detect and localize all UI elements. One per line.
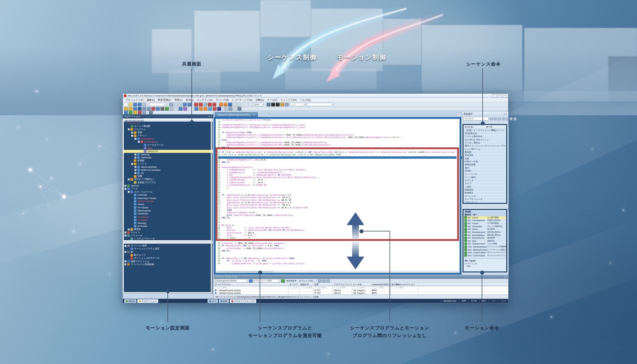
icon-alarm-display[interactable] [213, 107, 217, 111]
table-row[interactable]: i_stEdgePosAxis.AxisNo行 160FBFILEUB_Edge… [214, 292, 508, 295]
table-cell[interactable]: フィルタ条件 [313, 286, 333, 289]
table-cell[interactable]: 位置 [313, 283, 333, 286]
group-header[interactable]: 管理系 [463, 210, 507, 213]
icon-device-memory[interactable] [179, 107, 183, 111]
expander-icon[interactable]: + [131, 132, 133, 134]
icon-favorites[interactable] [502, 117, 505, 120]
menu-item[interactable]: ウィンドウ(W) [279, 98, 298, 102]
motion-list-scrollbar[interactable] [507, 210, 509, 272]
menu-item[interactable]: デバッグ(B) [214, 98, 230, 102]
close-icon[interactable]: × [506, 113, 507, 115]
splitter-left[interactable] [213, 112, 214, 299]
dock-tab-クロスリファレンス1[interactable]: クロスリファレンス1 [230, 299, 256, 303]
icon-zoom-out[interactable] [248, 103, 252, 106]
instruction-category[interactable]: オペレータ [463, 195, 507, 198]
combo-quick-find[interactable]: ▾ [149, 103, 166, 106]
expander-icon[interactable]: + [124, 263, 126, 265]
icon-ladder-block[interactable] [280, 103, 284, 106]
editor-tab-motionctrl[interactable]: MotionCtrl [StackingAuto] [PRG]... × [215, 112, 258, 117]
icon-comment-display[interactable] [267, 103, 271, 106]
expander-icon[interactable]: + [134, 157, 136, 159]
table-cell[interactable]: フィルタ条件 [299, 286, 313, 289]
tree-item-モーション設定[interactable]: -モーション設定 [123, 244, 213, 247]
icon-print[interactable] [142, 103, 146, 106]
menu-item[interactable]: ヘルプ(H) [298, 98, 312, 102]
motion-command-MCv_BacklashCompensa[interactable]: MCv_BacklashCompensaバックラッシュ補正フィルタ [463, 248, 507, 251]
tree-item-Main[interactable]: Main [123, 147, 213, 150]
tree-item-Stacking[interactable]: Stacking [123, 222, 213, 225]
tree-item-MultiTurnCamMake[interactable]: +MultiTurnCamMake [123, 168, 213, 171]
xref-project-combo[interactable]: (プロジェクト全体)▾ [254, 279, 280, 282]
element-search-input[interactable]: (部品検索) [463, 117, 489, 120]
icon-fb-editor[interactable] [170, 107, 174, 111]
icon-label-register[interactable] [133, 110, 137, 114]
instruction-category[interactable]: エッジ検出 [463, 176, 507, 179]
tree-item-速度プロファイル[interactable]: +速度プロファイル [123, 260, 213, 263]
instruction-category[interactable]: 標準ファンクション/ファンクションブロック [463, 145, 507, 148]
motion-command-MCv_CyclicTorque[interactable]: MCv_CyclicTorqueモーションサイクリックトルク制御 [463, 254, 507, 257]
icon-global-label[interactable] [160, 107, 164, 111]
combo-zoom[interactable]: 100%▾ [253, 103, 264, 106]
tree-item-StackingAuto[interactable]: StackingAuto [123, 209, 213, 212]
tree-item-アドバンスト同期制御[interactable]: +アドバンスト同期制御 [123, 263, 213, 266]
instruction-category[interactable]: アドオン用命令 [463, 141, 507, 144]
icon-monitor-stop[interactable] [212, 103, 216, 106]
table-cell[interactable]: フィルタ条件 [333, 286, 352, 289]
expander-icon[interactable]: - [128, 191, 130, 193]
icon-build[interactable] [233, 103, 237, 106]
tabbar-close-icon[interactable]: × [457, 113, 461, 116]
icon-save-all[interactable] [138, 103, 142, 106]
icon-program-editor[interactable] [165, 107, 169, 111]
icon-paste[interactable] [178, 103, 182, 106]
instruction-category[interactable]: 単精度実数 [463, 163, 507, 167]
icon-device-test[interactable] [219, 103, 223, 106]
tree-item-FB/FUN[interactable]: +FB/FUN [123, 184, 213, 187]
expander-icon[interactable]: + [134, 166, 136, 168]
icon-st-editor[interactable] [190, 107, 194, 111]
icon-open-project[interactable] [129, 103, 133, 106]
tree-item-CamData[interactable]: CamData [123, 194, 213, 197]
motion-command-MC_GroupStop[interactable]: MC_GroupStopグループ強制停止 [463, 225, 507, 228]
icon-copy[interactable] [174, 103, 178, 106]
icon-zoom-in[interactable] [244, 103, 248, 106]
expander-icon[interactable]: - [124, 245, 126, 247]
motion-command-MC_MoveAbsolute[interactable]: MC_MoveAbsolute絶対値位置決め [463, 231, 507, 234]
maximize-button[interactable]: □ [497, 94, 502, 98]
instruction-category[interactable]: PID演算命令 [463, 132, 507, 135]
instruction-category[interactable]: ビットシフト [463, 173, 507, 176]
icon-motion-monitor[interactable] [217, 107, 221, 111]
tree-item-StackCamMake[interactable]: +StackCamMake [123, 165, 213, 168]
tree-item-グローバルラベル[interactable]: -グローバルラベル [123, 190, 213, 194]
tree-item-定周期[interactable]: 定周期 [123, 159, 213, 162]
icon-save-project[interactable] [133, 103, 137, 106]
tree-item-In+Global[interactable]: In+Global [123, 218, 213, 221]
icon-dock-layout[interactable] [238, 107, 241, 111]
instruction-category[interactable]: 制御構文 [463, 192, 507, 195]
motion-command-MC_MoveVelocity[interactable]: MC_MoveVelocity速度制御 [463, 237, 507, 240]
tree-item-StackingAuto[interactable]: -StackingAuto [123, 137, 213, 140]
xref-options-button[interactable]: オプション(O)... [299, 279, 314, 282]
xref-view-button[interactable]: 表示内容▼ [286, 279, 297, 282]
scroll-left-arrow[interactable]: ◂ [214, 271, 217, 274]
tree-item-MotionCtrl[interactable]: MotionCtrl [123, 150, 213, 153]
tree-item-M+Global[interactable]: M+Global [123, 225, 213, 228]
close-icon[interactable]: × [506, 276, 507, 278]
motion-command-MC_GearIn[interactable]: MC_GearInギア動作開始 [463, 222, 507, 225]
tree-item-ユニット構成図[interactable]: ユニット構成図 [123, 125, 213, 128]
tree-item-Ax+Global[interactable]: Ax+Global [123, 215, 213, 218]
tree-item-Addition+Global[interactable]: Addition+Global [123, 200, 213, 203]
instruction-category[interactable]: ストアオペレータ [463, 198, 507, 201]
xref-search-icon[interactable] [249, 279, 253, 283]
icon-help[interactable] [514, 117, 517, 120]
tree-item-Prf+Global[interactable]: Prf+Global [123, 206, 213, 209]
xref-next-icon[interactable] [326, 279, 330, 283]
minimize-button[interactable]: － [492, 94, 497, 98]
icon-new-project[interactable] [124, 103, 128, 106]
instruction-category[interactable]: カウンタ [463, 179, 507, 182]
xref-scope-combo[interactable]: StackingAuto/UnWinde▾ [215, 279, 248, 282]
editor-horizontal-scrollbar[interactable]: ◂ ▸ [214, 271, 463, 274]
tree-item-スキャン[interactable]: -スキャン [123, 134, 213, 137]
instruction-category[interactable]: 型変換 [463, 151, 507, 154]
instruction-category[interactable]: 繰返構文 [463, 188, 507, 191]
expander-icon[interactable]: - [134, 138, 136, 140]
